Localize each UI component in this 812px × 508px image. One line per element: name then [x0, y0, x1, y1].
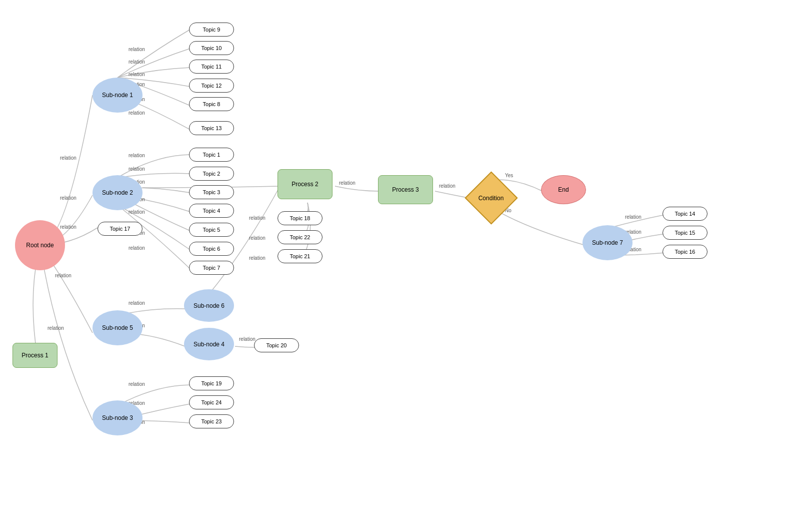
- topic-22-label: Topic 22: [290, 234, 310, 240]
- topic-9-label: Topic 9: [203, 27, 220, 33]
- topic-17-label: Topic 17: [110, 226, 130, 232]
- root-node[interactable]: Root node: [15, 220, 65, 270]
- topic-14-node[interactable]: Topic 14: [662, 207, 708, 221]
- sub-node-5[interactable]: Sub-node 5: [92, 310, 142, 345]
- topic-6-node[interactable]: Topic 6: [189, 242, 234, 256]
- sub-node-3[interactable]: Sub-node 3: [92, 400, 142, 435]
- diagram: relation relation relation relation rela…: [0, 0, 812, 508]
- sub-node-7[interactable]: Sub-node 7: [582, 225, 632, 260]
- edge-label-root-sub2: relation: [60, 195, 76, 201]
- topic-5-label: Topic 5: [203, 227, 220, 233]
- process-3-node[interactable]: Process 3: [378, 175, 433, 204]
- edge-label-sub1-t13: relation: [128, 110, 145, 116]
- topic-13-node[interactable]: Topic 13: [189, 121, 234, 135]
- edge-label-sub4-t20: relation: [239, 336, 256, 342]
- topic-14-label: Topic 14: [675, 211, 696, 217]
- edge-label-sub1-t11: relation: [128, 72, 145, 77]
- topic-7-label: Topic 7: [203, 265, 220, 271]
- topic-13-label: Topic 13: [202, 125, 222, 131]
- sub-node-6[interactable]: Sub-node 6: [184, 289, 234, 322]
- end-label: End: [558, 186, 568, 193]
- sub-node-4[interactable]: Sub-node 4: [184, 328, 234, 360]
- topic-18-label: Topic 18: [290, 215, 310, 221]
- edge-label-root-sub5: relation: [55, 273, 72, 278]
- sub-node-2-label: Sub-node 2: [102, 189, 133, 196]
- sub-node-5-label: Sub-node 5: [102, 324, 133, 331]
- process-1-label: Process 1: [22, 352, 48, 359]
- edge-label-p2-t21: relation: [249, 255, 266, 261]
- edge-label-p2-t22: relation: [249, 235, 266, 241]
- edge-label-sub1-t9: relation: [128, 47, 145, 52]
- topic-24-label: Topic 24: [202, 399, 222, 405]
- topic-7-node[interactable]: Topic 7: [189, 261, 234, 275]
- topic-1-label: Topic 1: [203, 152, 220, 158]
- edge-label-sub7-t14: relation: [625, 214, 642, 220]
- topic-21-label: Topic 21: [290, 253, 310, 259]
- edge-label-root-topic17: relation: [60, 224, 76, 230]
- topic-17-node[interactable]: Topic 17: [98, 222, 142, 236]
- topic-12-node[interactable]: Topic 12: [189, 79, 234, 93]
- topic-8-node[interactable]: Topic 8: [189, 97, 234, 111]
- topic-19-node[interactable]: Topic 19: [189, 376, 234, 390]
- topic-1-node[interactable]: Topic 1: [189, 148, 234, 162]
- topic-4-node[interactable]: Topic 4: [189, 204, 234, 218]
- topic-11-label: Topic 11: [202, 64, 222, 70]
- topic-9-node[interactable]: Topic 9: [189, 23, 234, 37]
- topic-24-node[interactable]: Topic 24: [189, 395, 234, 409]
- edge-label-root-sub3: relation: [48, 325, 64, 331]
- end-node[interactable]: End: [541, 175, 586, 204]
- edge-label-sub3-t19: relation: [128, 381, 145, 387]
- topic-21-node[interactable]: Topic 21: [278, 249, 322, 263]
- condition-node[interactable]: Condition: [464, 171, 518, 224]
- topic-10-label: Topic 10: [202, 45, 222, 51]
- root-node-label: Root node: [26, 242, 54, 249]
- process-2-label: Process 2: [292, 181, 318, 188]
- topic-16-label: Topic 16: [675, 249, 696, 255]
- edge-label-p2-p3: relation: [339, 180, 356, 186]
- topic-3-label: Topic 3: [203, 189, 220, 195]
- topic-10-node[interactable]: Topic 10: [189, 41, 234, 55]
- topic-2-node[interactable]: Topic 2: [189, 167, 234, 181]
- sub-node-6-label: Sub-node 6: [194, 302, 224, 309]
- topic-23-label: Topic 23: [202, 418, 222, 424]
- topic-22-node[interactable]: Topic 22: [278, 230, 322, 244]
- topic-15-node[interactable]: Topic 15: [662, 226, 708, 240]
- sub-node-3-label: Sub-node 3: [102, 414, 133, 421]
- edge-label-sub2-t5: relation: [128, 209, 145, 215]
- sub-node-4-label: Sub-node 4: [194, 341, 224, 348]
- edge-label-sub2-t1: relation: [128, 153, 145, 158]
- edge-label-sub5-sub6: relation: [128, 300, 145, 306]
- edge-label-sub2-t2: relation: [128, 166, 145, 172]
- edge-label-p2-t18: relation: [249, 215, 266, 221]
- sub-node-2[interactable]: Sub-node 2: [92, 175, 142, 210]
- edge-label-root-sub1: relation: [60, 155, 76, 161]
- topic-12-label: Topic 12: [202, 83, 222, 89]
- topic-3-node[interactable]: Topic 3: [189, 185, 234, 199]
- condition-yes-label: Yes: [505, 173, 513, 178]
- topic-11-node[interactable]: Topic 11: [189, 60, 234, 74]
- topic-2-label: Topic 2: [203, 171, 220, 177]
- topic-15-label: Topic 15: [675, 230, 696, 236]
- topic-4-label: Topic 4: [203, 208, 220, 214]
- sub-node-7-label: Sub-node 7: [592, 239, 623, 246]
- edge-label-sub2-t7: relation: [128, 245, 145, 251]
- process-1-node[interactable]: Process 1: [12, 343, 58, 368]
- topic-8-label: Topic 8: [203, 101, 220, 107]
- edge-label-sub1-t10: relation: [128, 59, 145, 65]
- process-3-label: Process 3: [392, 186, 418, 193]
- topic-20-label: Topic 20: [266, 342, 287, 348]
- topic-16-node[interactable]: Topic 16: [662, 245, 708, 259]
- topic-5-node[interactable]: Topic 5: [189, 223, 234, 237]
- sub-node-1-label: Sub-node 1: [102, 92, 133, 99]
- sub-node-1[interactable]: Sub-node 1: [92, 78, 142, 113]
- topic-18-node[interactable]: Topic 18: [278, 211, 322, 225]
- topic-20-node[interactable]: Topic 20: [254, 338, 299, 352]
- topic-6-label: Topic 6: [203, 246, 220, 252]
- edge-label-p3-cond: relation: [439, 183, 456, 189]
- process-2-node[interactable]: Process 2: [278, 169, 332, 199]
- topic-19-label: Topic 19: [202, 380, 222, 386]
- topic-23-node[interactable]: Topic 23: [189, 414, 234, 428]
- condition-label: Condition: [478, 194, 504, 201]
